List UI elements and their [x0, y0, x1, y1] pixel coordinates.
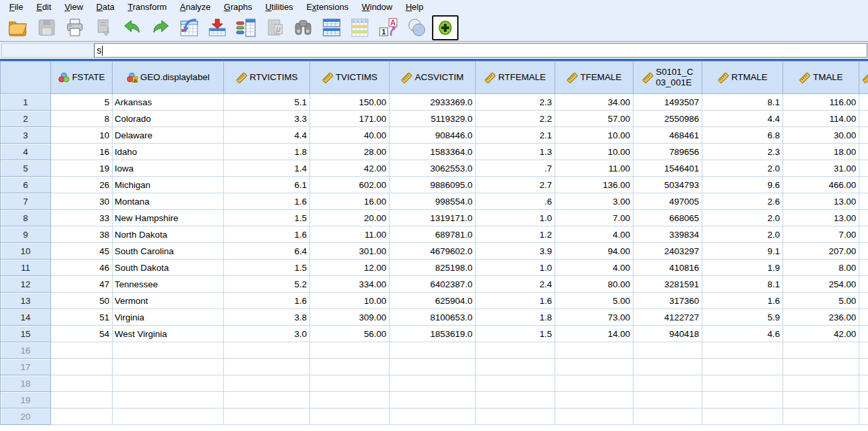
row-header-8[interactable]: 8 — [1, 210, 51, 226]
use-variable-sets-button[interactable] — [404, 15, 430, 40]
data-cell[interactable] — [783, 359, 859, 375]
data-cell[interactable]: 689781.0 — [390, 226, 476, 243]
data-cell[interactable]: 1319171.0 — [390, 210, 476, 226]
data-cell[interactable]: 5119329.0 — [390, 111, 476, 127]
data-cell[interactable]: New Hampshire — [113, 210, 224, 226]
data-cell[interactable]: 301.00 — [310, 243, 390, 260]
data-cell[interactable]: Delaware — [113, 127, 224, 144]
data-cell[interactable]: 207.00 — [783, 243, 859, 260]
data-cell[interactable]: Montana — [113, 193, 224, 210]
split-file-button[interactable] — [318, 15, 345, 40]
data-cell[interactable]: 45 — [51, 243, 113, 260]
data-cell[interactable]: 1.2 — [476, 226, 555, 243]
data-cell[interactable] — [555, 342, 633, 359]
data-cell[interactable]: 1.6 — [476, 293, 555, 309]
data-cell[interactable]: 2.4 — [476, 276, 555, 293]
data-cell[interactable]: 9886095.0 — [390, 177, 476, 193]
data-cell[interactable]: 1493507 — [633, 94, 702, 111]
data-cell[interactable] — [859, 127, 868, 144]
menu-graphs[interactable]: Graphs — [217, 1, 259, 13]
select-cases-button[interactable] — [347, 15, 373, 40]
data-cell[interactable] — [310, 359, 390, 375]
data-cell[interactable] — [555, 375, 633, 392]
open-data-button[interactable] — [5, 15, 31, 40]
data-cell[interactable] — [859, 326, 868, 342]
data-cell[interactable] — [224, 375, 310, 392]
data-cell[interactable] — [51, 408, 113, 425]
data-cell[interactable]: 42.00 — [310, 160, 390, 177]
data-cell[interactable] — [783, 342, 859, 359]
column-header-partial[interactable] — [859, 62, 868, 94]
data-cell[interactable] — [859, 408, 868, 425]
print-button[interactable] — [62, 15, 88, 40]
data-cell[interactable] — [555, 408, 633, 425]
data-cell[interactable] — [702, 408, 783, 425]
data-cell[interactable]: 51 — [51, 309, 113, 326]
data-cell[interactable]: 20.00 — [310, 210, 390, 226]
data-cell[interactable]: 998554.0 — [390, 193, 476, 210]
data-cell[interactable]: 136.00 — [555, 177, 633, 193]
data-cell[interactable] — [859, 243, 868, 260]
variables-button[interactable] — [233, 15, 259, 40]
data-cell[interactable]: 3062553.0 — [390, 160, 476, 177]
menu-utilities[interactable]: Utilities — [258, 1, 299, 13]
data-cell[interactable]: 825198.0 — [390, 260, 476, 276]
data-cell[interactable]: 4122727 — [633, 309, 702, 326]
data-cell[interactable]: 7.00 — [555, 210, 633, 226]
data-cell[interactable]: 1.6 — [224, 226, 310, 243]
data-cell[interactable]: 236.00 — [783, 309, 859, 326]
data-cell[interactable]: 1.5 — [224, 210, 310, 226]
menu-window[interactable]: Window — [355, 1, 399, 13]
row-header-4[interactable]: 4 — [1, 144, 51, 160]
data-cell[interactable]: 40.00 — [310, 127, 390, 144]
data-cell[interactable] — [310, 392, 390, 408]
data-cell[interactable]: 28.00 — [310, 144, 390, 160]
data-cell[interactable] — [859, 177, 868, 193]
column-header-RTFEMALE[interactable]: RTFEMALE — [476, 62, 555, 94]
data-cell[interactable]: 114.00 — [783, 111, 859, 127]
data-cell[interactable]: 1.6 — [224, 293, 310, 309]
data-cell[interactable] — [476, 342, 555, 359]
row-header-5[interactable]: 5 — [1, 160, 51, 177]
data-cell[interactable]: 2.0 — [702, 210, 783, 226]
data-cell[interactable]: 33 — [51, 210, 113, 226]
data-cell[interactable]: 5.9 — [702, 309, 783, 326]
data-cell[interactable] — [859, 193, 868, 210]
data-cell[interactable]: 1583364.0 — [390, 144, 476, 160]
data-cell[interactable] — [702, 392, 783, 408]
data-cell[interactable]: 1.0 — [476, 260, 555, 276]
data-cell[interactable] — [310, 342, 390, 359]
data-cell[interactable]: 8100653.0 — [390, 309, 476, 326]
data-cell[interactable]: 38 — [51, 226, 113, 243]
data-cell[interactable]: 10.00 — [555, 127, 633, 144]
data-cell[interactable]: 1.6 — [702, 293, 783, 309]
data-cell[interactable]: 1.4 — [224, 160, 310, 177]
data-cell[interactable]: 30.00 — [783, 127, 859, 144]
data-cell[interactable]: 1.3 — [476, 144, 555, 160]
data-cell[interactable] — [51, 392, 113, 408]
data-cell[interactable]: 3.0 — [224, 326, 310, 342]
data-cell[interactable]: 410816 — [633, 260, 702, 276]
data-cell[interactable] — [859, 144, 868, 160]
data-cell[interactable]: Michigan — [113, 177, 224, 193]
data-cell[interactable]: 6402387.0 — [390, 276, 476, 293]
data-cell[interactable]: 57.00 — [555, 111, 633, 127]
data-cell[interactable] — [859, 226, 868, 243]
data-cell[interactable] — [859, 160, 868, 177]
data-cell[interactable]: 31.00 — [783, 160, 859, 177]
row-header-19[interactable]: 19 — [1, 392, 51, 408]
data-cell[interactable] — [783, 408, 859, 425]
data-cell[interactable]: 2933369.0 — [390, 94, 476, 111]
data-cell[interactable]: 1.8 — [224, 144, 310, 160]
data-cell[interactable]: 497005 — [633, 193, 702, 210]
data-cell[interactable]: 339834 — [633, 226, 702, 243]
data-cell[interactable]: 5.1 — [224, 94, 310, 111]
data-cell[interactable] — [390, 359, 476, 375]
undo-button[interactable] — [119, 15, 145, 40]
data-cell[interactable]: 1.0 — [476, 210, 555, 226]
data-cell[interactable] — [51, 359, 113, 375]
data-cell[interactable] — [113, 392, 224, 408]
data-cell[interactable]: 8.00 — [783, 260, 859, 276]
data-cell[interactable]: 1853619.0 — [390, 326, 476, 342]
menu-data[interactable]: Data — [89, 1, 121, 13]
